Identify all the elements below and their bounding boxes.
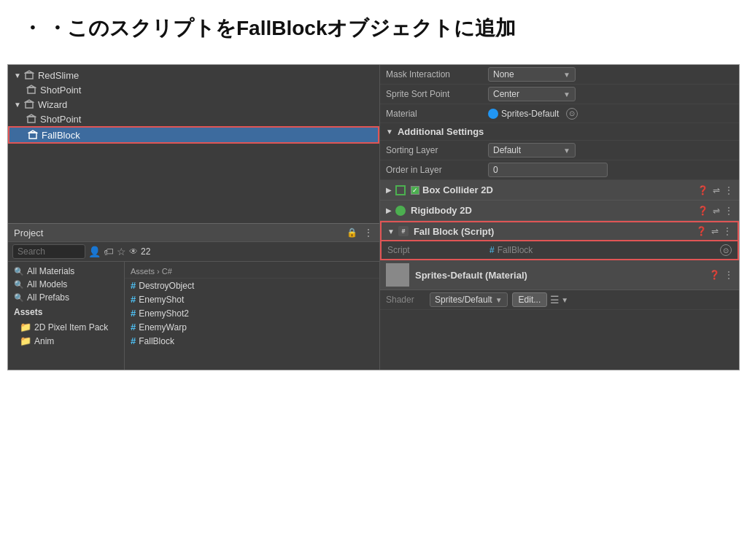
title-text: ・このスクリプトをFallBlockオブジェクトに追加	[47, 17, 516, 39]
hierarchy-item-shotpoint1[interactable]: ShotPoint	[8, 82, 379, 97]
rigidbody-menu-icon[interactable]: ⋮	[724, 206, 733, 216]
screenshot-container: RedSlime ShotPoint	[7, 64, 740, 370]
box-collider-enabled-checkbox[interactable]	[411, 186, 419, 195]
shader-edit-button[interactable]: Edit...	[512, 292, 548, 307]
rigidbody-icon-container	[395, 205, 406, 217]
filter-all-prefabs[interactable]: 🔍 All Prefabs	[8, 291, 124, 304]
tag-icon: 🏷	[104, 246, 114, 257]
svg-marker-7	[28, 114, 35, 117]
material-help-icon[interactable]: ❓	[709, 270, 720, 280]
filter-label-materials: All Materials	[27, 266, 74, 276]
cs-label-enemyshot2: EnemyShot2	[139, 308, 189, 319]
rigidbody-header: ▶ Rigidbody 2D ❓ ⇌ ⋮	[380, 201, 739, 221]
sorting-layer-value-container: Default ▼	[488, 143, 733, 158]
svg-rect-0	[26, 73, 33, 79]
mask-interaction-value: None	[493, 69, 514, 79]
fallblock-help-icon[interactable]: ❓	[696, 226, 707, 236]
script-select-btn[interactable]: ⊙	[720, 244, 732, 256]
material-select-btn[interactable]: ⊙	[566, 108, 578, 120]
box-collider-help-icon[interactable]: ❓	[697, 185, 708, 195]
box-collider-settings-icon[interactable]: ⇌	[713, 185, 720, 195]
folder-label-2d-pixel: 2D Pixel Item Pack	[34, 322, 108, 332]
sprite-sort-point-dropdown[interactable]: Center ▼	[488, 87, 576, 101]
fallblock-triangle[interactable]: ▼	[387, 228, 395, 236]
material-section-title: Sprites-Default (Material)	[415, 270, 709, 281]
project-panel: Project 🔒 ⋮ 👤 🏷 ☆ 👁 22	[8, 224, 379, 370]
mask-interaction-dropdown[interactable]: None ▼	[488, 67, 576, 82]
fallblock-settings-icon[interactable]: ⇌	[711, 226, 719, 236]
box-collider-menu-icon[interactable]: ⋮	[724, 185, 733, 195]
hierarchy-label-wizard: Wizard	[38, 99, 67, 110]
folder-2d-pixel[interactable]: 📁 2D Pixel Item Pack	[8, 320, 124, 334]
script-hash-icon: #	[489, 245, 495, 255]
box-collider-title: Box Collider 2D	[422, 184, 697, 195]
path-arrow: ›	[157, 267, 160, 276]
material-menu-icon[interactable]: ⋮	[724, 270, 733, 280]
search-icon-models: 🔍	[14, 280, 24, 289]
cs-file-fallblock[interactable]: # FallBlock	[125, 334, 379, 348]
cs-file-enemyshot2[interactable]: # EnemyShot2	[125, 306, 379, 320]
expand-icon-wizard	[14, 101, 21, 109]
rigidbody-settings-icon[interactable]: ⇌	[713, 206, 720, 216]
project-content: 🔍 All Materials 🔍 All Models 🔍 All Prefa…	[8, 262, 379, 370]
rigidbody-title: Rigidbody 2D	[411, 205, 697, 216]
search-input[interactable]	[12, 244, 85, 259]
mask-interaction-row: Mask Interaction None ▼	[380, 65, 739, 85]
hierarchy-item-redslime[interactable]: RedSlime	[8, 68, 379, 82]
material-row: Material Sprites-Default ⊙	[380, 104, 739, 123]
project-label: Project	[14, 228, 43, 238]
box-collider-header: ▶ Box Collider 2D ❓ ⇌ ⋮	[380, 180, 739, 201]
cs-file-destroyobject[interactable]: # DestroyObject	[125, 279, 379, 292]
star-icon: ☆	[117, 246, 126, 257]
shader-row: Shader Sprites/Default ▼ Edit... ☰ ▼	[380, 290, 739, 310]
material-label: Material	[386, 109, 488, 119]
rigidbody-help-icon[interactable]: ❓	[697, 206, 708, 216]
hierarchy-label-redslime: RedSlime	[38, 70, 79, 81]
expand-icon-redslime	[14, 71, 21, 79]
cs-file-enemyshot[interactable]: # EnemyShot	[125, 292, 379, 306]
cs-file-enemywarp[interactable]: # EnemyWarp	[125, 320, 379, 334]
fallblock-menu-icon[interactable]: ⋮	[723, 226, 732, 236]
shader-label: Shader	[386, 295, 430, 305]
sorting-layer-dropdown[interactable]: Default ▼	[488, 143, 576, 158]
order-in-layer-value-container	[488, 163, 733, 177]
hierarchy-area: RedSlime ShotPoint	[8, 65, 379, 223]
shader-dropdown-arrow: ▼	[495, 296, 503, 304]
hash-icon-enemywarp: #	[131, 322, 136, 332]
hierarchy-item-shotpoint2[interactable]: ShotPoint	[8, 112, 379, 126]
filter-all-models[interactable]: 🔍 All Models	[8, 278, 124, 291]
order-in-layer-input[interactable]	[488, 163, 608, 177]
mask-interaction-label: Mask Interaction	[386, 69, 488, 79]
box-collider-triangle[interactable]: ▶	[386, 186, 392, 194]
hierarchy-item-wizard[interactable]: Wizard	[8, 97, 379, 112]
csharp-path-label: C#	[162, 267, 172, 276]
hierarchy-item-fallblock[interactable]: FallBlock	[8, 126, 379, 144]
assets-label: Assets	[14, 307, 42, 317]
sorting-layer-row: Sorting Layer Default ▼	[380, 141, 739, 160]
folder-anim[interactable]: 📁 Anim	[8, 334, 124, 348]
svg-marker-3	[28, 85, 35, 88]
right-panel: Mask Interaction None ▼ Sprite Sort Poin…	[380, 65, 739, 370]
svg-marker-9	[29, 131, 36, 133]
rigidbody-icon	[395, 206, 406, 216]
material-icon	[488, 109, 498, 119]
project-right: Assets › C# # DestroyObject # EnemyShot …	[125, 262, 379, 370]
script-field-label: Script	[387, 245, 489, 255]
filter-all-materials[interactable]: 🔍 All Materials	[8, 265, 124, 278]
shader-dropdown[interactable]: Sprites/Default ▼	[430, 292, 508, 307]
box-collider-icon-container	[395, 184, 406, 196]
sprite-sort-point-value-container: Center ▼	[488, 87, 733, 101]
material-field: Sprites-Default ⊙	[488, 108, 578, 120]
shader-dropdown-extra[interactable]: ▼	[561, 296, 568, 304]
left-panel: RedSlime ShotPoint	[8, 65, 380, 370]
cube-icon-redslime	[23, 69, 35, 81]
order-in-layer-label: Order in Layer	[386, 165, 488, 175]
shader-list-icon[interactable]: ☰	[550, 294, 560, 306]
order-in-layer-row: Order in Layer	[380, 160, 739, 180]
project-header: Project 🔒 ⋮	[8, 224, 379, 242]
material-section-actions: ❓ ⋮	[709, 270, 733, 280]
menu-icon[interactable]: ⋮	[363, 227, 374, 238]
sorting-layer-label: Sorting Layer	[386, 145, 488, 155]
cube-icon-fallblock	[27, 129, 39, 141]
rigidbody-triangle[interactable]: ▶	[386, 206, 392, 214]
